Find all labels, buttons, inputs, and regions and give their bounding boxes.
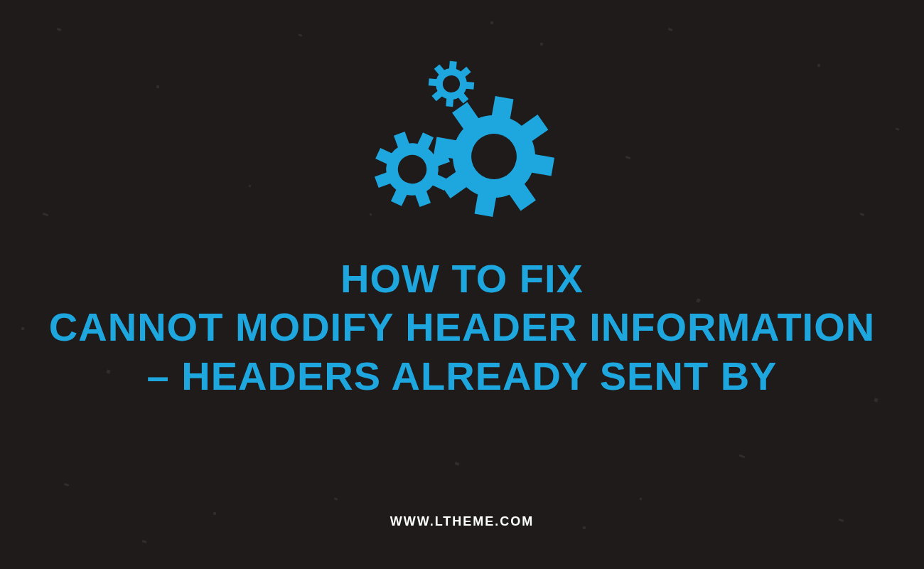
speckle [896,127,900,131]
footer-url: WWW.LTHEME.COM [0,514,924,529]
headline: HOW TO FIX CANNOT MODIFY HEADER INFORMAT… [0,255,924,400]
headline-line-1: HOW TO FIX [0,255,924,303]
speckle [57,28,62,31]
speckle [817,63,820,67]
speckle [43,213,49,217]
speckle [625,156,631,159]
speckle [490,21,493,24]
speckle [299,33,303,37]
speckle [640,498,643,501]
speckle [454,462,459,466]
speckle [142,540,147,543]
speckle [64,483,70,486]
speckle [156,85,159,88]
speckle [539,42,543,46]
speckle [860,213,865,216]
speckle [739,454,746,459]
speckle [249,185,252,188]
banner-canvas: HOW TO FIX CANNOT MODIFY HEADER INFORMAT… [0,0,924,569]
speckle [668,28,673,31]
speckle [334,497,338,501]
headline-line-3: – HEADERS ALREADY SENT BY [0,352,924,400]
gears-icon [355,50,569,228]
headline-line-2: CANNOT MODIFY HEADER INFORMATION [0,303,924,351]
